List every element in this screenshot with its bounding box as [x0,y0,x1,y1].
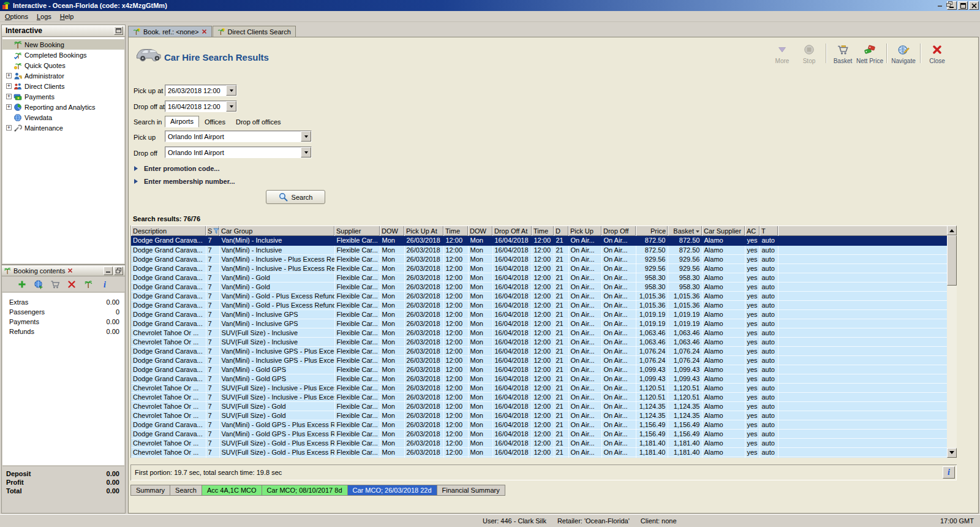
dropoff-at-field[interactable]: 16/04/2018 12:00 [165,100,237,112]
menu-options[interactable]: Options [1,12,32,21]
result-row[interactable]: Chevrolet Tahoe Or ...7SUV(Full Size) - … [131,383,947,392]
column-header-basket[interactable]: Basket [668,226,702,236]
sidebar-item-administrator[interactable]: + Administrator [2,70,124,81]
booking-info-button[interactable]: i [99,278,111,290]
result-row[interactable]: Dodge Grand Carava...7Van(Mini) - Gold G… [131,365,947,374]
sidebar-item-viewdata[interactable]: Viewdata [2,112,124,123]
close-panel-icon[interactable] [67,268,73,273]
column-header-car-supplier[interactable]: Car Supplier [702,226,745,236]
result-row[interactable]: Chevrolet Tahoe Or ...7SUV(Full Size) - … [131,392,947,401]
panel-restore-button[interactable] [114,267,123,275]
bottom-tab-summary[interactable]: Summary [130,485,170,496]
search-in-tab-offices[interactable]: Offices [200,117,230,127]
result-row[interactable]: Dodge Grand Carava...7Van(Mini) - Gold -… [131,291,947,300]
result-row[interactable]: Dodge Grand Carava...7Van(Mini) - Inclus… [131,245,947,254]
dropoff-location-field[interactable]: Orlando Intl Airport [165,146,312,158]
result-row[interactable]: Dodge Grand Carava...7Van(Mini) - Gold -… [131,300,947,309]
scroll-down-icon[interactable] [947,448,957,458]
result-row[interactable]: Chevrolet Tahoe Or ...7SUV(Full Size) - … [131,337,947,346]
scroll-up-icon[interactable] [947,226,957,235]
result-row[interactable]: Dodge Grand Carava...7Van(Mini) - Gold G… [131,429,947,438]
bottom-tab-car-mco-26-03-2018-22d[interactable]: Car MCO; 26/03/2018 22d [348,485,437,496]
bottom-tab-search[interactable]: Search [170,485,202,496]
column-header-time[interactable]: Time [532,226,554,236]
close-window-button[interactable] [969,1,979,10]
promotion-code-expander[interactable]: Enter promotion code... [134,165,219,172]
column-header-supplier[interactable]: Supplier [334,226,380,236]
menu-help[interactable]: Help [56,12,78,21]
column-header-pick-up-at[interactable]: Pick Up At [404,226,443,236]
sidebar-item-direct-clients[interactable]: + Direct Clients [2,81,124,91]
booking-palm-button[interactable] [82,278,94,290]
result-row[interactable]: Chevrolet Tahoe Or ...7SUV(Full Size) - … [131,411,947,420]
sidebar-item-quick-quotes[interactable]: Quick Quotes [2,60,124,70]
column-header-price[interactable]: Price [636,226,668,236]
scrollbar-thumb[interactable] [947,235,957,286]
booking-delete-button[interactable] [66,278,78,290]
booking-add-button[interactable] [16,278,28,290]
result-row[interactable]: Dodge Grand Carava...7Van(Mini) - Inclus… [131,319,947,328]
expand-icon[interactable]: + [6,125,12,131]
maximize-button[interactable] [958,1,968,10]
column-header-s[interactable]: S [206,226,219,236]
sidebar-item-completed-bookings[interactable]: Completed Bookings [2,50,124,60]
result-row[interactable]: Dodge Grand Carava...7Van(Mini) - Gold G… [131,420,947,429]
column-header-dow[interactable]: DOW [380,226,404,236]
search-button[interactable]: Search [266,190,325,204]
booking-globe-button[interactable] [32,278,45,290]
expand-icon[interactable]: + [6,83,12,89]
sidebar-item-new-booking[interactable]: New Booking [2,39,124,50]
column-header-t[interactable]: T [760,226,778,236]
expand-icon[interactable]: + [6,94,12,99]
mdi-minimize-icon[interactable] [937,1,943,7]
mdi-tab-book-ref-none[interactable]: Book. ref.: <none> [128,26,212,37]
sidebar-item-maintenance[interactable]: + Maintenance [2,123,124,133]
bottom-tab-acc-4a-1c-mco[interactable]: Acc 4A,1C MCO [202,485,262,496]
column-header-pick-up[interactable]: Pick Up [568,226,601,236]
column-header-car-group[interactable]: Car Group [219,226,334,236]
membership-number-expander[interactable]: Enter membership number... [134,178,235,185]
tab-close-icon[interactable] [202,29,207,34]
column-header-drop-off-at[interactable]: Drop Off At [492,226,532,236]
pickup-at-dropdown-icon[interactable] [226,85,236,96]
sidebar-item-payments[interactable]: + Payments [2,91,124,102]
info-button[interactable]: i [943,466,955,479]
basket-button[interactable]: Basket [829,42,856,64]
column-header-drop-off[interactable]: Drop Off [601,226,636,236]
pickup-location-dropdown-icon[interactable] [301,131,311,142]
result-row[interactable]: Chevrolet Tahoe Or ...7SUV(Full Size) - … [131,457,947,458]
result-row[interactable]: Chevrolet Tahoe Or ...7SUV(Full Size) - … [131,438,947,447]
mdi-restore-icon[interactable] [946,1,953,7]
result-row[interactable]: Dodge Grand Carava...7Van(Mini) - Inclus… [131,309,947,319]
column-header-d[interactable]: D [554,226,568,236]
result-row[interactable]: Dodge Grand Carava...7Van(Mini) - GoldFl… [131,282,947,291]
dropoff-location-dropdown-icon[interactable] [301,147,311,157]
panel-minimize-button[interactable] [104,267,113,275]
bottom-tab-financial-summary[interactable]: Financial Summary [437,485,505,496]
result-row[interactable]: Dodge Grand Carava...7Van(Mini) - Inclus… [131,264,947,273]
search-in-tab-drop-off-offices[interactable]: Drop off offices [231,117,286,127]
result-row[interactable]: Chevrolet Tahoe Or ...7SUV(Full Size) - … [131,328,947,337]
pickup-location-field[interactable]: Orlando Intl Airport [165,131,312,142]
collapse-sidebar-button[interactable] [114,26,123,35]
sidebar-item-reporting-and-analytics[interactable]: + Reporting and Analytics [2,102,124,112]
column-header-dow[interactable]: DOW [468,226,492,236]
result-row[interactable]: Dodge Grand Carava...7Van(Mini) - Inclus… [131,355,947,365]
bottom-tab-car-mco-08-10-2017-8d[interactable]: Car MCO; 08/10/2017 8d [262,485,348,496]
booking-cart-button[interactable] [49,278,61,290]
result-row[interactable]: Dodge Grand Carava...7Van(Mini) - Inclus… [131,254,947,264]
nett-price-button[interactable]: Nett Price [856,42,883,64]
column-header-ac[interactable]: AC [745,226,760,236]
navigate-button[interactable]: Navigate [890,42,917,64]
vertical-scrollbar[interactable] [947,226,957,458]
result-row[interactable]: Chevrolet Tahoe Or ...7SUV(Full Size) - … [131,401,947,411]
column-header-time[interactable]: Time [443,226,468,236]
result-row[interactable]: Dodge Grand Carava...7Van(Mini) - Inclus… [131,236,947,245]
expand-icon[interactable]: + [6,104,12,110]
column-header-description[interactable]: Description [131,226,206,236]
mdi-tab-direct-clients-search[interactable]: Direct Clients Search [213,26,296,37]
result-row[interactable]: Dodge Grand Carava...7Van(Mini) - Gold G… [131,374,947,383]
result-row[interactable]: Dodge Grand Carava...7Van(Mini) - Inclus… [131,346,947,355]
result-row[interactable]: Dodge Grand Carava...7Van(Mini) - GoldFl… [131,273,947,282]
menu-logs[interactable]: Logs [32,12,56,21]
